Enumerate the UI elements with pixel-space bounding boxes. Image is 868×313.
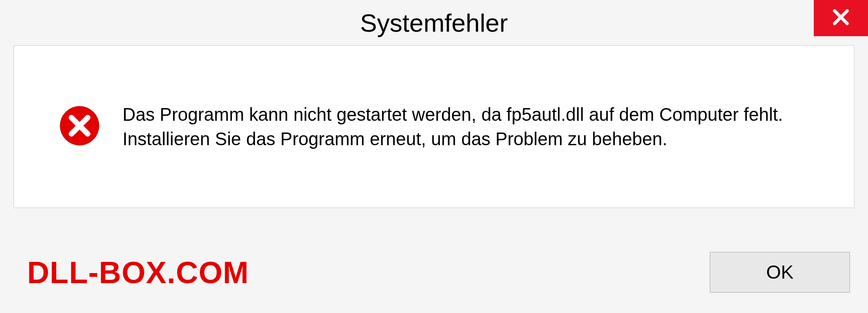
dialog-title: Systemfehler (360, 8, 508, 38)
error-message: Das Programm kann nicht gestartet werden… (123, 102, 809, 151)
error-dialog: Systemfehler Das Programm kann nicht ges… (0, 0, 868, 313)
close-icon (832, 8, 850, 28)
watermark-text: DLL-BOX.COM (27, 255, 249, 290)
error-icon (59, 105, 100, 148)
title-bar: Systemfehler (0, 0, 868, 45)
ok-button[interactable]: OK (710, 252, 850, 293)
footer: DLL-BOX.COM OK (0, 232, 868, 313)
content-area: Das Programm kann nicht gestartet werden… (14, 45, 854, 208)
close-button[interactable] (814, 0, 868, 36)
